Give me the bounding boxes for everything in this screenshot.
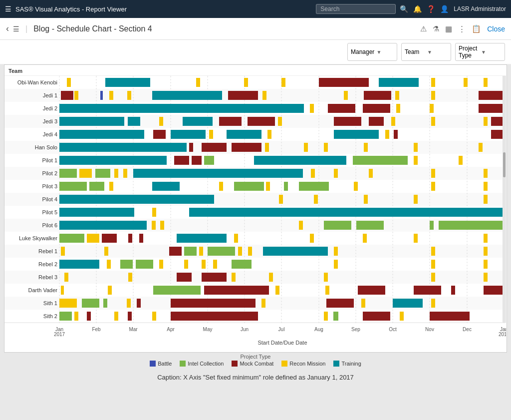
svg-rect-211 (204, 286, 269, 295)
svg-rect-116 (59, 156, 167, 165)
svg-rect-206 (431, 273, 435, 282)
project-type-filter[interactable]: Project Type ▼ (455, 43, 505, 61)
svg-rect-210 (153, 286, 201, 295)
svg-rect-227 (393, 299, 423, 308)
svg-rect-205 (324, 273, 328, 282)
svg-rect-87 (219, 117, 242, 126)
svg-rect-129 (133, 169, 303, 178)
svg-text:Jedi 1: Jedi 1 (43, 92, 57, 98)
notification-icon[interactable]: 🔔 (413, 5, 422, 13)
caption-text: Caption: X Axis "Set fixed minimum" role… (0, 370, 511, 385)
export-icon[interactable]: 📋 (472, 24, 481, 33)
svg-rect-153 (59, 208, 134, 217)
svg-rect-182 (248, 247, 252, 256)
svg-rect-185 (431, 247, 435, 256)
svg-rect-193 (202, 260, 206, 269)
svg-rect-66 (109, 91, 113, 100)
svg-rect-64 (74, 91, 78, 100)
svg-rect-222 (137, 299, 141, 308)
svg-rect-233 (128, 312, 132, 321)
legend-item-training: Training (333, 361, 361, 367)
svg-rect-147 (59, 195, 214, 204)
search-icon[interactable]: 🔍 (400, 5, 408, 13)
svg-rect-230 (74, 312, 78, 321)
svg-rect-218 (59, 299, 77, 308)
svg-rect-259 (503, 152, 506, 177)
svg-rect-57 (281, 78, 285, 87)
chart-legend: Battle Intel Collection Mock Combat Reco… (0, 360, 511, 370)
search-input[interactable] (316, 4, 396, 14)
svg-rect-124 (59, 169, 77, 178)
svg-rect-96 (59, 130, 144, 139)
svg-rect-60 (431, 78, 435, 87)
secondary-bar: ‹ ☰ | Blog - Schedule Chart - Section 4 … (0, 18, 511, 40)
back-button[interactable]: ‹ (6, 23, 9, 34)
svg-rect-103 (385, 130, 389, 139)
svg-rect-150 (364, 195, 368, 204)
svg-rect-149 (314, 195, 318, 204)
svg-rect-53 (67, 78, 71, 87)
svg-rect-118 (192, 156, 202, 165)
svg-rect-122 (414, 156, 418, 165)
svg-rect-144 (354, 182, 358, 191)
svg-rect-109 (232, 143, 261, 152)
svg-rect-91 (369, 117, 384, 126)
svg-rect-178 (184, 247, 197, 256)
svg-rect-214 (358, 286, 385, 295)
legend-item-recon: Recon Mission (281, 361, 325, 367)
svg-rect-170 (234, 234, 238, 243)
svg-rect-80 (396, 104, 400, 113)
svg-rect-90 (334, 117, 361, 126)
svg-rect-84 (128, 117, 140, 126)
svg-text:Pilot 6: Pilot 6 (42, 222, 57, 228)
hamburger-menu-icon[interactable]: ☰ (5, 5, 11, 13)
svg-rect-59 (379, 78, 419, 87)
separator: | (25, 24, 27, 33)
svg-rect-228 (431, 299, 435, 308)
team-filter-arrow: ▼ (427, 49, 448, 55)
svg-rect-226 (361, 299, 365, 308)
team-filter[interactable]: Team ▼ (401, 43, 451, 61)
help-icon[interactable]: ❓ (427, 5, 435, 13)
svg-rect-111 (304, 143, 308, 152)
user-icon[interactable]: 👤 (440, 5, 449, 13)
svg-rect-137 (109, 182, 113, 191)
list-icon[interactable]: ☰ (13, 25, 19, 33)
svg-rect-187 (59, 260, 99, 269)
svg-rect-212 (275, 286, 279, 295)
svg-rect-93 (431, 117, 435, 126)
page-title: Blog - Schedule Chart - Section 4 (33, 24, 416, 33)
svg-rect-83 (59, 117, 124, 126)
svg-rect-101 (267, 130, 271, 139)
svg-rect-208 (61, 286, 64, 295)
filter-bar: Manager ▼ Team ▼ Project Type ▼ (0, 40, 511, 64)
svg-text:Rebel 3: Rebel 3 (38, 274, 57, 280)
svg-rect-237 (333, 312, 338, 321)
svg-rect-163 (439, 221, 504, 230)
svg-rect-70 (262, 91, 266, 100)
svg-rect-89 (278, 117, 282, 126)
svg-rect-197 (431, 260, 435, 269)
more-icon[interactable]: ⋮ (458, 24, 466, 33)
svg-rect-224 (261, 299, 265, 308)
svg-text:Jun: Jun (241, 327, 249, 332)
manager-filter[interactable]: Manager ▼ (347, 43, 397, 61)
svg-text:Pilot 3: Pilot 3 (42, 183, 57, 189)
svg-rect-81 (430, 104, 434, 113)
training-label: Training (341, 361, 361, 367)
filter-icon[interactable]: ⚗ (433, 24, 439, 33)
svg-rect-105 (491, 130, 504, 139)
svg-rect-76 (59, 104, 304, 113)
svg-rect-179 (199, 247, 203, 256)
close-button[interactable]: Close (487, 25, 505, 33)
svg-rect-223 (171, 299, 256, 308)
svg-rect-142 (284, 182, 288, 191)
svg-text:Start Date/Due Date: Start Date/Due Date (257, 340, 307, 346)
svg-rect-215 (414, 286, 441, 295)
svg-rect-78 (328, 104, 355, 113)
svg-rect-55 (196, 78, 200, 87)
svg-rect-203 (232, 273, 236, 282)
svg-rect-56 (244, 78, 248, 87)
view-icon[interactable]: ▦ (445, 24, 452, 33)
alert-icon[interactable]: ⚠ (420, 24, 427, 33)
